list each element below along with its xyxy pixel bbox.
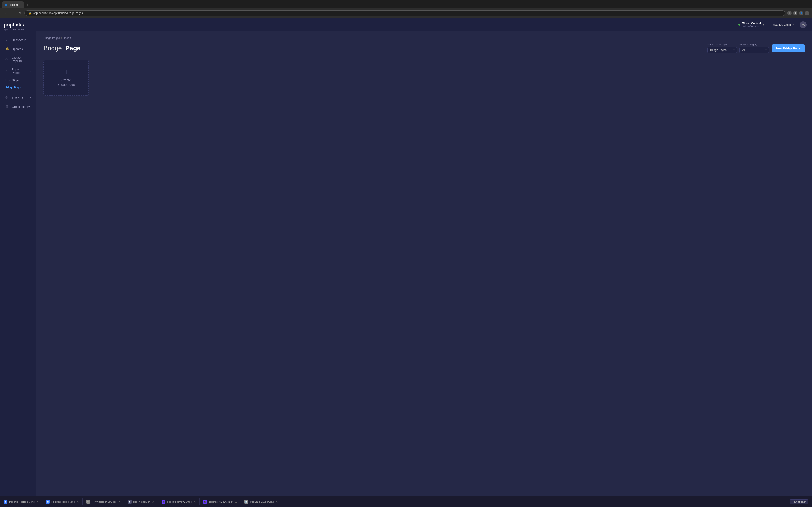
download-name-3: Perry Belcher SP....jpg xyxy=(92,500,117,503)
main-content: Global Control mathieu@janin.ch ▾ Mathie… xyxy=(36,18,812,496)
sidebar-item-tracking[interactable]: ◎ Tracking ‹ xyxy=(2,93,35,102)
popup-pages-icon: ⌂ xyxy=(5,69,9,73)
page-title-row: Bridge Page Select Page Type Bridge Page… xyxy=(44,43,805,53)
download-close-4[interactable]: ∧ xyxy=(152,500,154,503)
page-title-bold: Page xyxy=(65,45,81,52)
address-bar[interactable]: 🔒 app.poplinks.io/app/funnels/bridge-pag… xyxy=(24,10,785,16)
sidebar-item-create-poplink[interactable]: ◇ Create PopLink xyxy=(2,54,35,65)
poplink-icon: ◇ xyxy=(5,57,9,61)
browser-chrome: 🔵 Poplinks ✕ + ‹ › ↻ 🔒 app.poplinks.io/a… xyxy=(0,0,812,18)
app-container: poplinks Special Beta Access ⌂ Dashboard… xyxy=(0,18,812,496)
download-name-1: Poplinks Toolbox....png xyxy=(9,500,35,503)
active-tab[interactable]: 🔵 Poplinks ✕ xyxy=(2,1,24,8)
breadcrumb-parent[interactable]: Bridge Pages xyxy=(44,37,60,40)
browser-toolbar-icons: ☆ ⚙ 👤 ⋮ xyxy=(787,11,809,15)
download-item-1[interactable]: 📄 Poplinks Toolbox....png ∧ xyxy=(4,500,39,504)
download-separator-3 xyxy=(124,498,124,505)
logo-area: poplinks Special Beta Access xyxy=(0,22,36,35)
create-card-label: Create Bridge Page xyxy=(57,78,75,87)
logo-subtitle: Special Beta Access xyxy=(4,28,33,31)
browser-tabs: 🔵 Poplinks ✕ + xyxy=(0,0,812,8)
user-chevron-icon: ▾ xyxy=(792,23,794,26)
url-text: app.poplinks.io/app/funnels/bridge-pages xyxy=(33,11,83,15)
user-name-label: Mathieu Janin xyxy=(773,23,791,26)
show-all-downloads-button[interactable]: Tout afficher xyxy=(790,499,808,504)
breadcrumb: Bridge Pages > Index xyxy=(44,37,805,40)
sidebar-item-bridge-pages[interactable]: Bridge Pages xyxy=(2,84,35,91)
download-name-4: poplinksnew.srt xyxy=(134,500,150,503)
user-menu-btn[interactable]: Mathieu Janin ▾ xyxy=(770,21,796,27)
extensions-icon[interactable]: ⚙ xyxy=(793,11,798,15)
profile-icon[interactable]: 👤 xyxy=(799,11,803,15)
new-bridge-page-button[interactable]: New Bridge Page xyxy=(772,44,805,52)
download-icon-1: 📄 xyxy=(4,500,7,504)
tab-close-icon[interactable]: ✕ xyxy=(19,4,21,6)
new-tab-btn[interactable]: + xyxy=(24,1,31,8)
lead-steps-label: Lead Steps xyxy=(5,79,19,82)
download-item-3[interactable]: 🖼 Perry Belcher SP....jpg ∧ xyxy=(86,500,120,504)
category-select-wrapper: All xyxy=(740,47,769,53)
page-type-select[interactable]: Bridge Pages xyxy=(707,47,737,53)
page-type-label: Select Page Type xyxy=(707,43,737,46)
refresh-btn[interactable]: ↻ xyxy=(17,10,23,16)
controls-row: Select Page Type Bridge Pages Select Cat… xyxy=(707,43,805,53)
download-icon-5: 🎬 xyxy=(162,500,165,504)
download-close-5[interactable]: ∧ xyxy=(194,500,196,503)
page-title: Bridge Page xyxy=(44,45,81,52)
sidebar: poplinks Special Beta Access ⌂ Dashboard… xyxy=(0,18,36,496)
logo: poplinks xyxy=(4,22,33,28)
download-close-2[interactable]: ∧ xyxy=(77,500,79,503)
logo-highlight: i xyxy=(14,22,15,27)
sidebar-item-popup-pages[interactable]: ⌂ Popup Pages ∨ xyxy=(2,65,35,77)
download-name-2: Poplinks Toolbox.png xyxy=(51,500,75,503)
sidebar-item-label: Group Library xyxy=(12,105,30,108)
group-library-icon: ▦ xyxy=(5,105,9,109)
sidebar-item-label: Updates xyxy=(12,47,23,51)
back-btn[interactable]: ‹ xyxy=(3,10,8,16)
sidebar-item-dashboard[interactable]: ⌂ Dashboard xyxy=(2,36,35,44)
download-item-5[interactable]: 🎬 poplinks-review....mp4 ∧ xyxy=(162,500,196,504)
forward-btn[interactable]: › xyxy=(10,10,15,16)
global-control-info: Global Control mathieu@janin.ch xyxy=(742,22,761,27)
download-name-5: poplinks-review....mp4 xyxy=(167,500,192,503)
browser-toolbar: ‹ › ↻ 🔒 app.poplinks.io/app/funnels/brid… xyxy=(0,8,812,18)
download-icon-7: 📄 xyxy=(245,500,248,504)
bookmark-icon[interactable]: ☆ xyxy=(787,11,792,15)
page-title-normal: Bridge xyxy=(44,45,62,52)
download-name-7: PopLinks Launch.png xyxy=(250,500,274,503)
user-icon xyxy=(801,23,805,26)
category-select-group: Select Category All xyxy=(740,43,769,53)
download-item-2[interactable]: 📄 Poplinks Toolbox.png ∧ xyxy=(46,500,79,504)
download-item-7[interactable]: 📄 PopLinks Launch.png ∧ xyxy=(245,500,278,504)
status-dot xyxy=(739,24,740,25)
category-select[interactable]: All xyxy=(740,47,769,53)
download-close-6[interactable]: ∧ xyxy=(235,500,237,503)
home-icon: ⌂ xyxy=(5,38,9,42)
sidebar-item-group-library[interactable]: ▦ Group Library xyxy=(2,102,35,111)
menu-icon[interactable]: ⋮ xyxy=(805,11,809,15)
sidebar-item-label: Dashboard xyxy=(12,38,26,42)
download-item-4[interactable]: 📝 poplinksnew.srt ∧ xyxy=(128,500,154,504)
tracking-chevron-icon: ‹ xyxy=(30,97,31,99)
create-plus-icon: + xyxy=(64,68,68,76)
create-label-line2: Bridge Page xyxy=(57,83,75,87)
sidebar-item-label: Popup Pages xyxy=(12,68,27,74)
download-separator-5 xyxy=(199,498,200,505)
create-bridge-page-card[interactable]: + Create Bridge Page xyxy=(44,60,89,96)
download-close-7[interactable]: ∧ xyxy=(276,500,278,503)
download-separator-6 xyxy=(241,498,241,505)
sidebar-item-updates[interactable]: 🔔 Updates xyxy=(2,45,35,53)
avatar[interactable] xyxy=(800,21,807,28)
breadcrumb-separator: > xyxy=(61,37,63,40)
global-control-btn[interactable]: Global Control mathieu@janin.ch ▾ xyxy=(735,20,767,29)
download-close-3[interactable]: ∧ xyxy=(118,500,120,503)
breadcrumb-current: Index xyxy=(64,37,71,40)
download-close-1[interactable]: ∧ xyxy=(37,500,39,503)
download-name-6: poplinks-review....mp4 xyxy=(209,500,233,503)
sidebar-item-lead-steps[interactable]: Lead Steps xyxy=(2,77,35,84)
global-control-email: mathieu@janin.ch xyxy=(742,25,761,27)
create-label-line1: Create xyxy=(61,78,71,82)
bridge-pages-label: Bridge Pages xyxy=(5,86,22,89)
page-body: Bridge Pages > Index Bridge Page Select … xyxy=(36,31,812,496)
download-item-6[interactable]: 🎬 poplinks-review....mp4 ∧ xyxy=(203,500,237,504)
